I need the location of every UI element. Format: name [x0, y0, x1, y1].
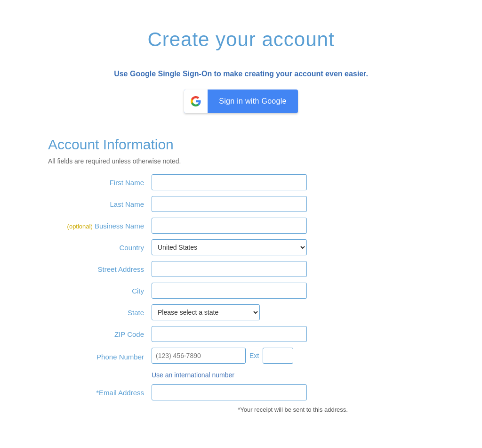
phone-row: Phone Number Ext	[48, 348, 434, 366]
first-name-input[interactable]	[152, 174, 307, 190]
account-info-title: Account Information	[48, 137, 434, 153]
street-address-label: Street Address	[48, 265, 152, 273]
intl-number-link[interactable]: Use an international number	[152, 371, 234, 379]
required-note: All fields are required unless otherwise…	[48, 157, 434, 165]
ext-input[interactable]	[263, 348, 293, 364]
country-label: Country	[48, 244, 152, 252]
email-row: *Email Address	[48, 384, 434, 400]
zip-code-input[interactable]	[152, 326, 307, 342]
first-name-row: First Name	[48, 174, 434, 190]
business-name-label-text: Business Name	[95, 222, 144, 230]
optional-tag: (optional)	[67, 223, 93, 230]
phone-input[interactable]	[152, 348, 246, 364]
sso-description: Use Google Single Sign-On to make creati…	[48, 70, 434, 78]
ext-label: Ext	[249, 352, 259, 359]
account-info-section: Account Information All fields are requi…	[48, 137, 434, 413]
google-button-label: Sign in with Google	[208, 97, 298, 106]
state-select[interactable]: Please select a state Alabama Alaska Ari…	[152, 304, 260, 320]
sign-in-with-google-button[interactable]: Sign in with Google	[184, 90, 298, 113]
country-row: Country United States Canada United King…	[48, 239, 434, 255]
street-address-input[interactable]	[152, 261, 307, 277]
last-name-label: Last Name	[48, 200, 152, 208]
city-input[interactable]	[152, 283, 307, 299]
business-name-input[interactable]	[152, 218, 307, 234]
state-row: State Please select a state Alabama Alas…	[48, 304, 434, 320]
city-row: City	[48, 283, 434, 299]
google-icon	[184, 90, 208, 113]
first-name-label: First Name	[48, 179, 152, 187]
phone-inputs: Ext	[152, 348, 293, 364]
email-note: *Your receipt will be sent to this addre…	[48, 406, 434, 413]
last-name-row: Last Name	[48, 196, 434, 212]
business-name-row: (optional) Business Name	[48, 218, 434, 234]
email-input[interactable]	[152, 384, 307, 400]
state-label: State	[48, 309, 152, 317]
sso-section: Use Google Single Sign-On to make creati…	[48, 70, 434, 113]
city-label: City	[48, 287, 152, 295]
phone-label: Phone Number	[48, 353, 152, 361]
country-select[interactable]: United States Canada United Kingdom Aust…	[152, 239, 307, 255]
zip-code-row: ZIP Code	[48, 326, 434, 342]
street-address-row: Street Address	[48, 261, 434, 277]
page-title: Create your account	[48, 28, 434, 51]
intl-link-row: Use an international number	[48, 371, 434, 379]
business-name-label: (optional) Business Name	[48, 222, 152, 230]
last-name-input[interactable]	[152, 196, 307, 212]
zip-code-label: ZIP Code	[48, 330, 152, 338]
email-label: *Email Address	[48, 389, 152, 397]
